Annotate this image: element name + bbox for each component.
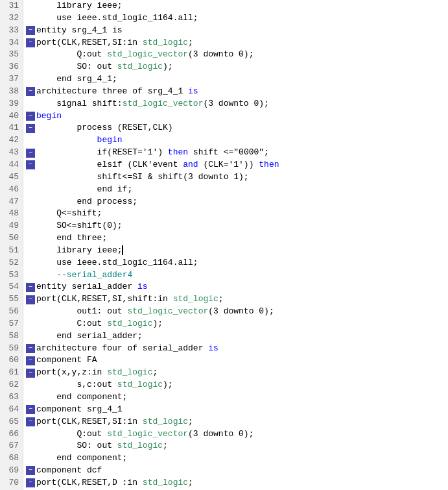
line-content: port(CLK,RESET,SI,shift:in std_logic; <box>36 293 445 306</box>
token-type: std_logic <box>143 38 188 47</box>
fold-icon[interactable]: − <box>26 38 35 47</box>
line-content: signal shift:std_logic_vector(3 downto 0… <box>36 98 445 110</box>
code-line: end srg_4_1; <box>26 73 445 86</box>
line-number: 36 <box>4 61 19 73</box>
line-number: 64 <box>4 404 19 416</box>
code-line: end three; <box>26 232 445 245</box>
token-plain: shift<=SI & shift(3 downto 1); <box>36 172 249 182</box>
line-number: 48 <box>4 208 19 220</box>
token-plain: ; <box>188 38 193 47</box>
line-content: Q:out std_logic_vector(3 downto 0); <box>36 49 445 61</box>
fold-icon[interactable]: − <box>26 405 35 414</box>
line-content: library ieee; <box>36 0 445 12</box>
fold-icon[interactable]: − <box>26 466 35 475</box>
code-line: −component FA <box>26 354 445 367</box>
line-number: 56 <box>4 306 19 318</box>
token-plain: (CLK='1')) <box>198 160 259 169</box>
code-line: SO: out std_logic); <box>26 61 445 73</box>
line-content: use ieee.std_logic_1164.all; <box>36 257 445 269</box>
line-content: s,c:out std_logic); <box>36 379 445 391</box>
code-line: − elsif (CLK'event and (CLK='1')) then <box>26 159 445 171</box>
token-plain: end serial_adder; <box>36 331 143 341</box>
fold-icon[interactable]: − <box>26 124 35 133</box>
line-content: entity srg_4_1 is <box>36 25 445 37</box>
code-line: end component; <box>26 452 445 465</box>
token-plain: elsif (CLK'event <box>36 160 183 169</box>
code-line: end process; <box>26 196 445 208</box>
line-content: component FA <box>36 354 445 367</box>
fold-icon[interactable]: − <box>26 417 35 426</box>
fold-icon[interactable]: − <box>26 87 35 96</box>
line-number: 37 <box>4 73 19 86</box>
token-plain: ); <box>152 319 163 328</box>
line-number: 58 <box>4 330 19 343</box>
fold-icon[interactable]: − <box>26 369 35 378</box>
token-plain: architecture four of serial_adder <box>36 343 208 353</box>
line-number: 40 <box>4 110 19 123</box>
fold-icon[interactable]: − <box>26 160 35 169</box>
token-kw: is <box>188 86 198 96</box>
line-content: port(CLK,RESET,SI:in std_logic; <box>36 37 445 49</box>
token-plain: end component; <box>36 453 127 463</box>
token-plain: end if; <box>36 184 132 194</box>
code-editor: 3132333435363738394041424344454647484950… <box>0 0 448 490</box>
line-content: entity serial_adder is <box>36 281 445 293</box>
token-plain: end component; <box>36 392 127 402</box>
fold-icon[interactable]: − <box>26 344 35 353</box>
fold-icon[interactable]: − <box>26 283 35 292</box>
token-plain: s,c:out <box>36 380 117 389</box>
token-plain: port(CLK,RESET,D :in <box>36 478 143 487</box>
token-plain: component srg_4_1 <box>36 404 123 414</box>
token-plain: port(CLK,RESET,SI,shift:in <box>36 294 173 304</box>
token-plain: shift <="0000"; <box>188 147 269 157</box>
line-number: 35 <box>4 49 19 61</box>
line-number: 66 <box>4 428 19 441</box>
code-content[interactable]: library ieee; use ieee.std_logic_1164.al… <box>23 0 448 490</box>
line-number: 49 <box>4 220 19 232</box>
token-plain: (3 downto 0); <box>208 306 274 316</box>
fold-icon[interactable]: − <box>26 478 35 487</box>
token-type: std_logic_vector <box>107 49 188 59</box>
token-type: std_logic <box>107 367 152 377</box>
text-cursor <box>122 245 123 255</box>
fold-icon[interactable]: − <box>26 295 35 304</box>
fold-icon[interactable]: − <box>26 112 35 121</box>
token-plain: ; <box>188 478 193 487</box>
line-content: process (RESET,CLK) <box>36 122 445 134</box>
line-number: 55 <box>4 293 19 306</box>
token-plain: ; <box>218 294 224 304</box>
code-line: use ieee.std_logic_1164.all; <box>26 12 445 25</box>
token-comment: --serial_adder4 <box>56 270 132 280</box>
code-line: −component srg_4_1 <box>26 404 445 416</box>
line-number: 42 <box>4 134 19 147</box>
line-number: 31 <box>4 0 19 12</box>
line-content: SO<=shift(0); <box>36 220 445 232</box>
fold-icon[interactable]: − <box>26 356 35 365</box>
token-plain: out1: out <box>36 306 127 316</box>
token-plain: entity srg_4_1 is <box>36 25 123 35</box>
code-line: −port(CLK,RESET,SI,shift:in std_logic; <box>26 293 445 306</box>
fold-icon[interactable]: − <box>26 26 35 35</box>
token-type: std_logic <box>117 441 163 450</box>
line-number: 60 <box>4 354 19 367</box>
token-plain: Q:out <box>36 49 107 59</box>
line-number: 43 <box>4 147 19 159</box>
token-type: std_logic <box>107 319 152 328</box>
token-kw: is <box>208 343 218 353</box>
token-plain: SO: out <box>36 62 117 71</box>
code-line: begin <box>26 134 445 147</box>
token-plain: SO: out <box>36 441 117 450</box>
token-plain: ; <box>163 441 168 450</box>
token-plain: if(RESET='1') <box>36 147 168 157</box>
token-plain: end process; <box>36 197 137 206</box>
line-number: 34 <box>4 37 19 49</box>
line-number: 46 <box>4 184 19 196</box>
token-type: std_logic_vector <box>127 306 208 316</box>
line-number: 51 <box>4 245 19 257</box>
token-plain: (3 downto 0); <box>203 99 268 108</box>
line-number: 52 <box>4 257 19 269</box>
fold-icon[interactable]: − <box>26 149 35 158</box>
line-number: 65 <box>4 416 19 428</box>
line-number: 53 <box>4 269 19 282</box>
line-content: C:out std_logic); <box>36 318 445 330</box>
